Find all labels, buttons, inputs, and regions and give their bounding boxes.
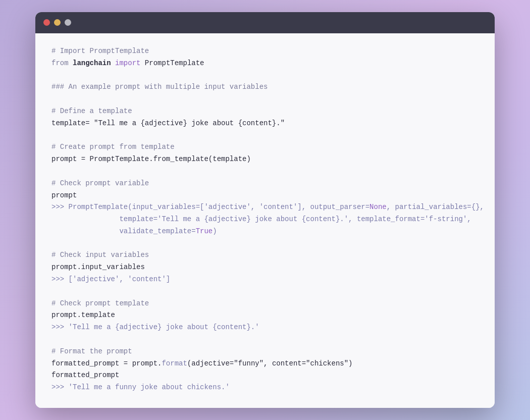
code-editor: # Import PromptTemplate from langchain i… [35,33,495,408]
close-button[interactable] [43,19,50,26]
output-3: validate_template=True) [51,227,217,235]
output-1: >>> PromptTemplate(input_variables=['adj… [51,203,484,211]
prompttemplate-1: PromptTemplate [140,59,204,67]
comment-4: # Create prompt from template [51,143,175,151]
output-4: >>> ['adjective', 'content'] [51,275,170,283]
minimize-button[interactable] [54,19,61,26]
output-2: template='Tell me a {adjective} joke abo… [51,215,471,223]
from-keyword: from [51,59,69,67]
window-titlebar [35,12,495,33]
comment-6: # Check input variables [51,251,149,259]
comment-7: # Check prompt template [51,299,149,307]
code-window: # Import PromptTemplate from langchain i… [35,12,495,408]
comment-2: ### An example prompt with multiple inpu… [51,83,268,91]
code-line-2: langchain [73,59,111,67]
comment-1: # Import PromptTemplate [51,47,149,55]
formatted-prompt-var: formatted_prompt [51,371,119,379]
template-assign: template= "Tell me a {adjective} joke ab… [51,119,285,127]
import-keyword: import [115,59,140,67]
comment-8: # Format the prompt [51,347,132,355]
output-5: >>> 'Tell me a {adjective} joke about {c… [51,323,259,331]
prompt-assign: prompt = PromptTemplate.from_template(te… [51,155,251,163]
comment-3: # Define a template [51,107,132,115]
format-assign: formatted_prompt = prompt.format(adjecti… [51,359,353,368]
input-vars: prompt.input_variables [51,263,145,271]
prompt-var: prompt [51,191,77,199]
comment-5: # Check prompt variable [51,179,149,187]
zoom-button[interactable] [65,19,71,26]
output-6: >>> 'Tell me a funny joke about chickens… [51,383,230,391]
prompt-template: prompt.template [51,311,115,319]
